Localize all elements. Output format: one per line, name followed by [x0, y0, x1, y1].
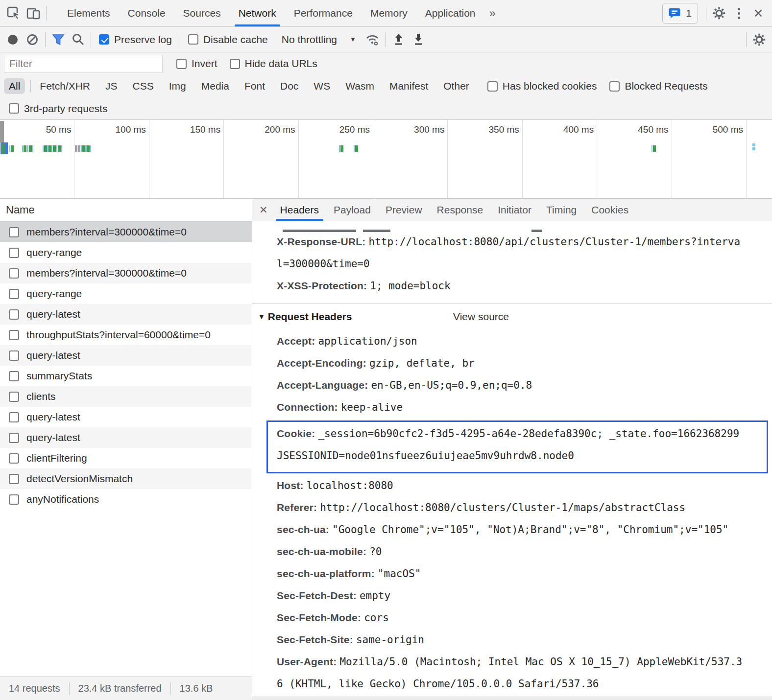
collapse-triangle-icon[interactable]: ▼: [258, 313, 265, 321]
device-toolbar-icon[interactable]: [24, 3, 43, 23]
checkbox-unchecked-icon[interactable]: [9, 103, 19, 114]
type-filter-wasm[interactable]: Wasm: [340, 78, 379, 94]
table-row[interactable]: anyNotifications: [0, 489, 252, 510]
issues-counter-button[interactable]: 1: [662, 3, 698, 23]
checkbox-checked-icon[interactable]: [99, 34, 109, 45]
checkbox-unchecked-icon[interactable]: [230, 59, 240, 69]
table-row[interactable]: clients: [0, 386, 252, 407]
search-icon[interactable]: [68, 30, 88, 49]
row-checkbox[interactable]: [9, 474, 19, 484]
checkbox-unchecked-icon[interactable]: [487, 81, 498, 92]
request-mark[interactable]: [56, 145, 62, 152]
checkbox-unchecked-icon[interactable]: [176, 59, 187, 69]
type-filter-fetch-xhr[interactable]: Fetch/XHR: [35, 78, 95, 94]
network-overview-timeline[interactable]: 50 ms100 ms150 ms200 ms250 ms300 ms350 m…: [0, 120, 772, 199]
close-details-icon[interactable]: ✕: [259, 204, 268, 216]
type-filter-css[interactable]: CSS: [128, 78, 159, 94]
request-mark[interactable]: [9, 145, 14, 152]
table-row[interactable]: query-latest: [0, 427, 252, 448]
tab-elements[interactable]: Elements: [58, 0, 119, 26]
row-checkbox[interactable]: [9, 309, 19, 320]
request-mark[interactable]: [752, 143, 755, 150]
network-conditions-icon[interactable]: [363, 30, 383, 49]
row-checkbox[interactable]: [9, 412, 19, 422]
checkbox-unchecked-icon[interactable]: [609, 81, 620, 92]
request-mark[interactable]: [339, 145, 343, 152]
blocked-requests-checkbox[interactable]: Blocked Requests: [609, 80, 707, 92]
hide-data-urls-checkbox[interactable]: Hide data URLs: [230, 58, 317, 70]
detail-tab-timing[interactable]: Timing: [539, 199, 584, 221]
table-row[interactable]: members?interval=300000&time=0: [0, 263, 252, 283]
type-filter-js[interactable]: JS: [100, 78, 122, 94]
name-column-header[interactable]: Name: [0, 199, 252, 222]
request-mark[interactable]: [47, 145, 51, 152]
request-mark[interactable]: [85, 145, 91, 152]
table-row[interactable]: summaryStats: [0, 366, 252, 386]
table-row[interactable]: members?interval=300000&time=0: [0, 222, 252, 242]
row-checkbox[interactable]: [9, 371, 19, 381]
network-settings-gear-icon[interactable]: [749, 30, 769, 49]
type-filter-media[interactable]: Media: [196, 78, 234, 94]
tab-console[interactable]: Console: [119, 0, 174, 26]
tab-memory[interactable]: Memory: [362, 0, 416, 26]
row-checkbox[interactable]: [9, 494, 19, 505]
invert-checkbox[interactable]: Invert: [176, 58, 217, 70]
detail-tab-cookies[interactable]: Cookies: [584, 199, 636, 221]
inspect-element-icon[interactable]: [4, 3, 24, 23]
request-headers-section-header[interactable]: ▼Request Headers View source: [258, 311, 772, 323]
filter-input[interactable]: [4, 55, 163, 73]
detail-tab-response[interactable]: Response: [430, 199, 491, 221]
import-har-icon[interactable]: [389, 30, 409, 49]
detail-tab-preview[interactable]: Preview: [378, 199, 430, 221]
row-checkbox[interactable]: [9, 268, 19, 279]
tab-network[interactable]: Network: [230, 0, 285, 26]
table-row[interactable]: query-range: [0, 283, 252, 304]
row-checkbox[interactable]: [9, 453, 19, 464]
request-mark[interactable]: [354, 145, 358, 152]
row-checkbox[interactable]: [9, 330, 19, 340]
kebab-menu-icon[interactable]: [729, 3, 748, 23]
table-row[interactable]: query-range: [0, 242, 252, 263]
record-network-log-button[interactable]: [3, 30, 23, 49]
row-checkbox[interactable]: [9, 392, 19, 402]
table-row[interactable]: detectVersionMismatch: [0, 468, 252, 489]
row-checkbox[interactable]: [9, 350, 19, 361]
export-har-icon[interactable]: [409, 30, 428, 49]
request-mark[interactable]: [27, 145, 33, 152]
row-checkbox[interactable]: [9, 433, 19, 443]
table-row[interactable]: query-latest: [0, 304, 252, 325]
row-checkbox[interactable]: [9, 289, 19, 299]
request-mark[interactable]: [78, 145, 80, 152]
clear-network-log-icon[interactable]: [23, 30, 42, 49]
table-row[interactable]: query-latest: [0, 407, 252, 427]
tab-sources[interactable]: Sources: [174, 0, 230, 26]
tab-application[interactable]: Application: [416, 0, 484, 26]
detail-tab-payload[interactable]: Payload: [326, 199, 378, 221]
filter-funnel-icon[interactable]: [48, 30, 68, 49]
type-filter-manifest[interactable]: Manifest: [385, 78, 433, 94]
disable-cache-checkbox[interactable]: Disable cache: [188, 34, 268, 46]
type-filter-ws[interactable]: WS: [309, 78, 335, 94]
request-mark[interactable]: [651, 145, 656, 152]
more-panels-chevron-icon[interactable]: »: [484, 6, 500, 20]
table-row[interactable]: query-latest: [0, 345, 252, 366]
type-filter-font[interactable]: Font: [240, 78, 270, 94]
close-devtools-icon[interactable]: ✕: [748, 3, 768, 23]
third-party-requests-checkbox[interactable]: 3rd-party requests: [9, 103, 107, 115]
table-row[interactable]: clientFiltering: [0, 448, 252, 468]
row-checkbox[interactable]: [9, 248, 19, 258]
table-row[interactable]: throughputStats?interval=60000&time=0: [0, 325, 252, 345]
type-filter-other[interactable]: Other: [438, 78, 474, 94]
settings-gear-icon[interactable]: [709, 3, 729, 23]
type-filter-all[interactable]: All: [4, 78, 25, 94]
type-filter-doc[interactable]: Doc: [275, 78, 303, 94]
selected-request-mark[interactable]: [0, 142, 8, 154]
preserve-log-checkbox[interactable]: Preserve log: [99, 34, 172, 46]
tab-performance[interactable]: Performance: [285, 0, 362, 26]
detail-tab-headers[interactable]: Headers: [273, 199, 326, 221]
request-mark[interactable]: [75, 145, 77, 152]
view-source-link[interactable]: View source: [453, 311, 509, 323]
type-filter-img[interactable]: Img: [164, 78, 191, 94]
checkbox-unchecked-icon[interactable]: [188, 34, 198, 45]
throttling-dropdown[interactable]: No throttling ▼: [282, 34, 356, 46]
